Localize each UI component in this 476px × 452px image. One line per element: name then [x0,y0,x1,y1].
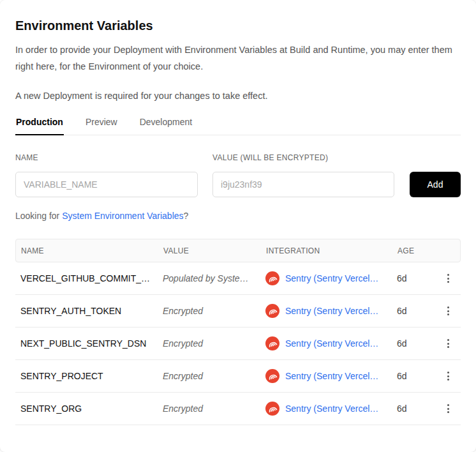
age-cell: 6d [397,338,435,349]
integration-link[interactable]: Sentry (Sentry Vercel… [285,338,378,349]
env-variables-table: NAME VALUE INTEGRATION AGE VERCEL_GITHUB… [15,239,461,425]
table-row: VERCEL_GITHUB_COMMIT_… Populated by Syst… [15,262,461,295]
variable-name-cell: SENTRY_PROJECT [15,371,163,381]
sentry-logo-icon [265,336,279,350]
integration-cell: Sentry (Sentry Vercel… [265,336,397,350]
variable-name-input[interactable] [15,172,198,197]
row-menu-kebab-icon[interactable] [442,400,454,417]
integration-cell: Sentry (Sentry Vercel… [265,304,397,318]
tab-preview[interactable]: Preview [85,115,118,135]
integration-link[interactable]: Sentry (Sentry Vercel… [285,273,378,283]
page-title: Environment Variables [15,18,461,33]
add-button[interactable]: Add [410,172,461,197]
integration-link[interactable]: Sentry (Sentry Vercel… [285,371,378,381]
system-env-prefix: Looking for [15,211,62,221]
row-menu-kebab-icon[interactable] [442,303,454,319]
row-menu-kebab-icon[interactable] [442,335,454,352]
column-header-age: AGE [398,246,436,255]
description-paragraph: In order to provide your Deployment with… [15,41,457,75]
table-row: SENTRY_PROJECT Encrypted Sentry (Sentry … [15,360,461,393]
integration-link[interactable]: Sentry (Sentry Vercel… [285,306,378,316]
integration-cell: Sentry (Sentry Vercel… [265,271,397,285]
system-env-variables-link[interactable]: System Environment Variables [62,211,183,221]
age-cell: 6d [397,273,435,283]
variable-value-cell: Encrypted [163,403,265,414]
tab-production[interactable]: Production [15,115,64,135]
sentry-logo-icon [265,369,279,383]
table-row: NEXT_PUBLIC_SENTRY_DSN Encrypted Sentry … [15,328,461,360]
variable-value-cell: Populated by Syste… [163,273,265,283]
variable-name-cell: SENTRY_ORG [15,403,163,414]
age-cell: 6d [397,403,435,414]
environment-tabs: Production Preview Development [15,115,461,135]
integration-cell: Sentry (Sentry Vercel… [265,369,397,383]
age-cell: 6d [397,306,435,316]
variable-value-cell: Encrypted [163,338,265,349]
row-menu-kebab-icon[interactable] [442,270,454,287]
sentry-logo-icon [265,402,279,416]
table-row: SENTRY_ORG Encrypted Sentry (Sentry Verc… [15,393,461,425]
sentry-logo-icon [265,304,279,318]
add-variable-form: NAME VALUE (WILL BE ENCRYPTED) Add [15,153,461,197]
integration-link[interactable]: Sentry (Sentry Vercel… [285,403,378,414]
sentry-logo-icon [265,271,279,285]
column-header-integration: INTEGRATION [266,246,398,255]
environment-variables-panel: Environment Variables In order to provid… [0,0,476,452]
variable-value-cell: Encrypted [163,306,265,316]
table-body: VERCEL_GITHUB_COMMIT_… Populated by Syst… [15,262,461,425]
system-env-line: Looking for System Environment Variables… [15,209,461,222]
value-field-label: VALUE (WILL BE ENCRYPTED) [212,153,394,162]
table-row: SENTRY_AUTH_TOKEN Encrypted Sentry (Sent… [15,295,461,328]
variable-value-input[interactable] [212,172,394,197]
redeploy-notice: A new Deployment is required for your ch… [15,87,457,104]
table-header-row: NAME VALUE INTEGRATION AGE [15,239,461,262]
integration-cell: Sentry (Sentry Vercel… [265,402,397,416]
variable-value-cell: Encrypted [163,371,265,381]
tab-development[interactable]: Development [139,115,193,135]
age-cell: 6d [397,371,435,381]
system-env-suffix: ? [184,211,189,221]
variable-name-cell: SENTRY_AUTH_TOKEN [15,306,163,316]
variable-name-cell: VERCEL_GITHUB_COMMIT_… [15,273,163,283]
variable-name-cell: NEXT_PUBLIC_SENTRY_DSN [15,338,163,349]
column-header-value: VALUE [163,246,266,255]
row-menu-kebab-icon[interactable] [442,368,454,384]
column-header-name: NAME [16,246,163,255]
name-field-label: NAME [15,153,198,162]
